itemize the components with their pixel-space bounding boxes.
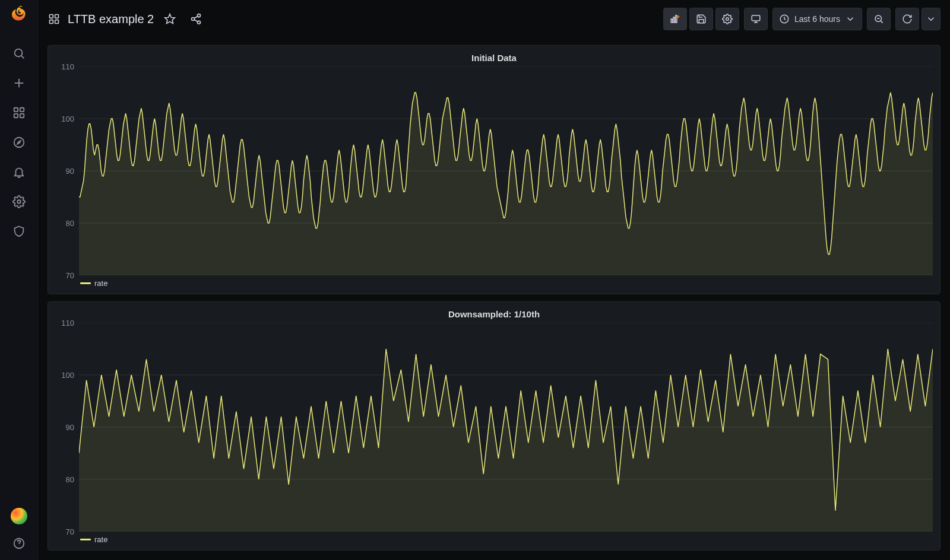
legend-label: rate	[94, 535, 107, 544]
compass-icon	[12, 136, 26, 149]
svg-point-28	[726, 18, 729, 21]
svg-rect-4	[14, 108, 17, 112]
sidebar-item-alerting[interactable]	[12, 165, 26, 179]
y-tick: 90	[66, 423, 74, 432]
apps-icon	[12, 106, 26, 119]
svg-rect-6	[14, 114, 17, 117]
refresh-button[interactable]	[895, 8, 919, 30]
sidebar-bottom	[11, 508, 27, 551]
refresh-icon	[902, 14, 913, 24]
sidebar-nav	[12, 46, 26, 238]
add-panel-button[interactable]	[663, 8, 687, 30]
favorite-button[interactable]	[160, 9, 180, 29]
share-icon	[190, 13, 202, 25]
panel-downsampled[interactable]: Downsampled: 1/10th 708090100110 rate	[48, 301, 940, 551]
zoom-out-icon	[873, 14, 884, 24]
svg-rect-14	[55, 15, 59, 18]
legend[interactable]: rate	[80, 535, 933, 544]
svg-point-20	[198, 21, 201, 24]
legend-label: rate	[94, 279, 107, 288]
star-icon	[164, 13, 176, 25]
help-icon	[12, 537, 26, 550]
chart-wrap: 708090100110	[55, 66, 933, 275]
y-axis: 708090100110	[55, 66, 79, 275]
y-tick: 100	[61, 371, 74, 380]
sidebar	[0, 0, 38, 560]
save-icon	[696, 14, 707, 24]
time-range-picker[interactable]: Last 6 hours	[772, 8, 862, 30]
svg-point-0	[14, 49, 22, 57]
gear-icon	[12, 195, 26, 208]
sidebar-item-admin[interactable]	[12, 224, 26, 238]
plus-icon	[12, 77, 26, 90]
share-button[interactable]	[186, 9, 206, 29]
svg-rect-29	[752, 15, 760, 21]
search-icon	[12, 47, 26, 60]
sidebar-item-create[interactable]	[12, 76, 26, 90]
y-tick: 80	[66, 219, 74, 228]
svg-marker-17	[165, 14, 175, 24]
y-tick: 70	[66, 527, 74, 536]
y-axis: 708090100110	[55, 323, 79, 532]
sidebar-item-help[interactable]	[12, 536, 26, 551]
legend[interactable]: rate	[80, 279, 933, 288]
svg-rect-7	[20, 114, 23, 117]
y-tick: 110	[61, 62, 74, 71]
svg-point-19	[192, 18, 195, 21]
svg-rect-16	[55, 20, 59, 24]
bell-icon	[12, 166, 26, 179]
zoom-out-button[interactable]	[867, 8, 891, 30]
breadcrumb: LTTB example 2	[48, 12, 154, 26]
svg-line-21	[194, 16, 198, 18]
clock-icon	[779, 14, 790, 24]
legend-swatch	[80, 539, 91, 540]
svg-point-10	[17, 200, 21, 203]
monitor-icon	[750, 14, 761, 24]
legend-swatch	[80, 282, 91, 284]
panel-add-icon	[670, 14, 680, 24]
y-tick: 70	[66, 271, 74, 280]
save-button[interactable]	[689, 8, 713, 30]
svg-line-34	[881, 21, 882, 23]
panel-initial-data[interactable]: Initial Data 708090100110 rate	[48, 45, 940, 294]
topbar: LTTB example 2 Last 6 hours	[38, 0, 950, 38]
y-tick: 80	[66, 475, 74, 484]
y-tick: 110	[61, 319, 74, 327]
sidebar-item-explore[interactable]	[12, 135, 26, 149]
user-avatar[interactable]	[11, 508, 27, 524]
svg-rect-25	[676, 15, 677, 23]
topbar-right: Last 6 hours	[663, 8, 940, 30]
svg-marker-9	[17, 141, 21, 144]
svg-line-1	[21, 56, 24, 58]
sidebar-item-dashboards[interactable]	[12, 106, 26, 120]
settings-button[interactable]	[715, 8, 739, 30]
chevron-down-icon	[845, 14, 856, 24]
chevron-down-icon	[926, 14, 936, 24]
panel-title: Initial Data	[55, 50, 933, 66]
gear-icon	[722, 14, 733, 24]
svg-rect-13	[50, 15, 53, 18]
grafana-logo[interactable]	[8, 5, 30, 26]
refresh-interval-button[interactable]	[922, 8, 940, 30]
svg-point-8	[14, 138, 24, 148]
svg-line-22	[194, 20, 198, 21]
sidebar-item-configuration[interactable]	[12, 195, 26, 209]
main: Initial Data 708090100110 rate Downsampl…	[38, 38, 950, 560]
y-tick: 100	[61, 114, 74, 123]
tv-mode-button[interactable]	[744, 8, 768, 30]
page-title[interactable]: LTTB example 2	[68, 12, 154, 26]
plot-area[interactable]	[79, 323, 933, 532]
svg-rect-5	[20, 108, 23, 112]
sidebar-item-search[interactable]	[12, 46, 26, 61]
svg-point-18	[198, 14, 201, 17]
plot-area[interactable]	[79, 66, 933, 275]
svg-rect-15	[50, 20, 53, 24]
time-range-label: Last 6 hours	[794, 14, 840, 24]
dashboard-grid-icon[interactable]	[48, 12, 61, 26]
chart-wrap: 708090100110	[55, 323, 933, 532]
panel-title: Downsampled: 1/10th	[55, 307, 933, 323]
y-tick: 90	[66, 167, 74, 176]
svg-rect-24	[673, 17, 674, 23]
grafana-icon	[9, 5, 29, 26]
svg-rect-23	[671, 19, 672, 23]
